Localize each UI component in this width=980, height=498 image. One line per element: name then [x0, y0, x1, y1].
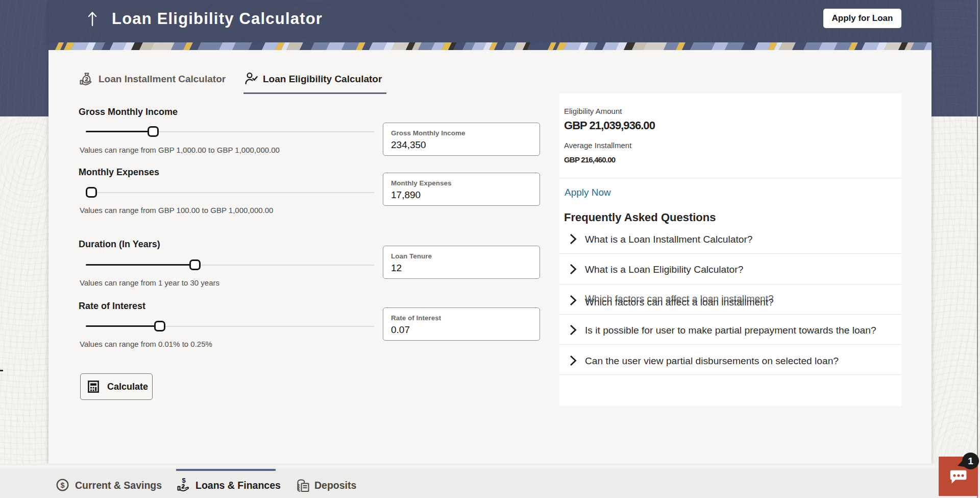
- svg-text:$: $: [182, 477, 186, 484]
- svg-text:$: $: [60, 481, 64, 489]
